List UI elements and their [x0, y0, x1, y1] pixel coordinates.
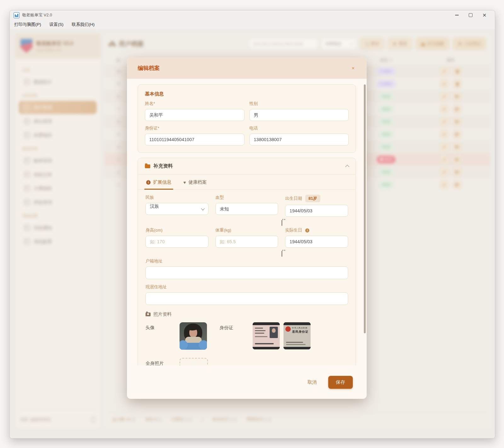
registered-address-label: 户籍地址 [146, 258, 348, 264]
info-icon: i [305, 228, 309, 233]
checkout-button[interactable] [453, 142, 462, 152]
tab-health-record[interactable]: ♥ 健康档案 [183, 175, 207, 189]
sidebar-item-deposits[interactable]: 押金管理 [19, 196, 97, 209]
edit-button[interactable] [440, 180, 449, 189]
edit-button[interactable] [440, 130, 449, 139]
checkout-button[interactable] [453, 105, 462, 114]
modal-scrollbar[interactable] [364, 84, 366, 333]
sidebar-section-overview: 总览 [22, 67, 94, 73]
sidebar-item-beds[interactable]: 床位管理 [19, 115, 97, 128]
sort-icon[interactable]: ⇅ [390, 59, 392, 62]
idcard-front-photo[interactable] [253, 322, 280, 349]
sidebar-app-name: 敬老账单宝 V2.0 [36, 40, 73, 47]
calendar-icon[interactable] [282, 251, 282, 257]
sidebar-item-config[interactable]: 系统配置 [19, 235, 97, 248]
tab-extended-info[interactable]: i 扩展信息 [146, 175, 172, 189]
chevron-up-icon[interactable] [345, 165, 349, 169]
sidebar-section-finance: 财务管理 [22, 146, 94, 152]
supplement-title: 补充资料 [153, 163, 173, 169]
edit-button[interactable] [440, 67, 449, 76]
search-button[interactable]: 查询 [360, 37, 384, 50]
status-badge: 在住 [378, 118, 394, 126]
idcard-back-photo[interactable]: 中华人民共和国 居民身份证 [284, 322, 311, 349]
weight-field[interactable] [215, 236, 278, 248]
menu-settings[interactable]: 设置(S) [49, 22, 64, 27]
height-field[interactable] [146, 236, 209, 248]
edit-button[interactable] [440, 79, 449, 89]
birthday-reminder-button[interactable]: 生日提醒 [416, 37, 449, 50]
checkout-button[interactable] [453, 168, 462, 177]
gender-label: 性别 [249, 101, 349, 106]
checkout-button[interactable] [453, 180, 462, 189]
birthdate-field[interactable] [285, 205, 348, 217]
blood-type-field[interactable] [215, 203, 278, 215]
calendar-icon[interactable] [282, 220, 282, 226]
sidebar-item-arrears[interactable]: 欠费报表 [19, 182, 97, 195]
close-icon[interactable]: × [350, 64, 356, 72]
checkout-button[interactable] [453, 92, 462, 101]
sidebar-item-messages[interactable]: 消息通知 [19, 221, 97, 234]
current-address-label: 现居住地址 [146, 284, 348, 290]
avatar-photo[interactable] [180, 322, 207, 350]
sidebar-item-fee-items[interactable]: 收费项目 [19, 129, 97, 142]
stat-total: 总人数 10 人 [112, 416, 136, 422]
checkout-button[interactable] [453, 117, 462, 126]
search-input[interactable] [249, 38, 318, 49]
status-filter-select[interactable]: 全部状态 [322, 38, 356, 49]
national-emblem-icon [285, 326, 291, 332]
menu-contact[interactable]: 联系我们(H) [72, 22, 95, 27]
edit-button[interactable] [440, 142, 449, 152]
basic-info-title: 基本信息 [145, 91, 349, 97]
stat-divider: | [202, 417, 203, 422]
name-field[interactable] [145, 109, 244, 121]
plus-icon [458, 42, 462, 46]
edit-button[interactable] [440, 105, 449, 114]
checkin-button[interactable]: 入住登记 [453, 37, 486, 50]
supplement-header[interactable]: 补充资料 [138, 158, 356, 175]
supplement-card: 补充资料 i 扩展信息 ♥ 健康档案 民族 [138, 158, 356, 365]
registered-address-field[interactable] [146, 267, 348, 279]
cancel-button[interactable]: 取消 [306, 379, 319, 386]
fullbody-label: 全身照片 [146, 358, 180, 365]
logout-icon[interactable] [91, 417, 96, 422]
edit-button[interactable] [440, 117, 449, 126]
page-title: 用户档案 [109, 40, 144, 48]
ethnicity-select[interactable]: 汉族 [146, 203, 209, 215]
sidebar-item-statistics[interactable]: 数据统计 [19, 75, 97, 89]
reset-button[interactable]: 重置 [388, 37, 412, 50]
delete-button[interactable] [453, 67, 462, 76]
clear-icon [393, 42, 397, 46]
gender-field[interactable] [249, 109, 349, 121]
edit-button[interactable] [440, 92, 449, 101]
minimize-button[interactable] [452, 12, 461, 19]
gear-icon [24, 239, 30, 244]
status-badge: 在住 [378, 105, 394, 113]
blood-type-label: 血型 [215, 195, 278, 200]
menu-print[interactable]: 打印与脑图(P) [14, 22, 41, 27]
actual-birthdate-field[interactable] [285, 236, 348, 248]
close-window-button[interactable]: ✕ [480, 12, 489, 19]
sidebar-item-payments[interactable]: 收款记录 [19, 168, 97, 181]
window-title: 敬老账单宝 V2.0 [22, 12, 52, 18]
heart-icon: ♥ [183, 180, 186, 185]
checkout-button[interactable] [453, 130, 462, 139]
fullbody-upload-button[interactable]: + 0/5 [180, 358, 208, 365]
checkout-button[interactable] [453, 155, 462, 164]
edit-button[interactable] [440, 155, 449, 164]
sidebar-item-users[interactable]: 用户管理 [19, 101, 97, 114]
stat-birthday-soon: 即将生日 1 人 [247, 416, 272, 422]
actual-birthdate-label: 实际生日 i [285, 227, 348, 233]
delete-button[interactable] [453, 79, 462, 89]
sidebar-app-url: www.62981.com [36, 48, 73, 52]
chart-icon [24, 79, 30, 85]
status-badge: 在住 [378, 181, 394, 189]
save-button[interactable]: 保存 [328, 376, 353, 389]
bed-icon [24, 118, 30, 124]
phone-field[interactable] [249, 134, 349, 146]
idno-field[interactable] [145, 134, 244, 146]
chevron-down-icon [350, 42, 353, 45]
sidebar-item-bills[interactable]: 账单管理 [19, 154, 97, 167]
current-address-field[interactable] [146, 292, 348, 305]
maximize-button[interactable] [466, 12, 475, 19]
edit-button[interactable] [440, 168, 449, 177]
